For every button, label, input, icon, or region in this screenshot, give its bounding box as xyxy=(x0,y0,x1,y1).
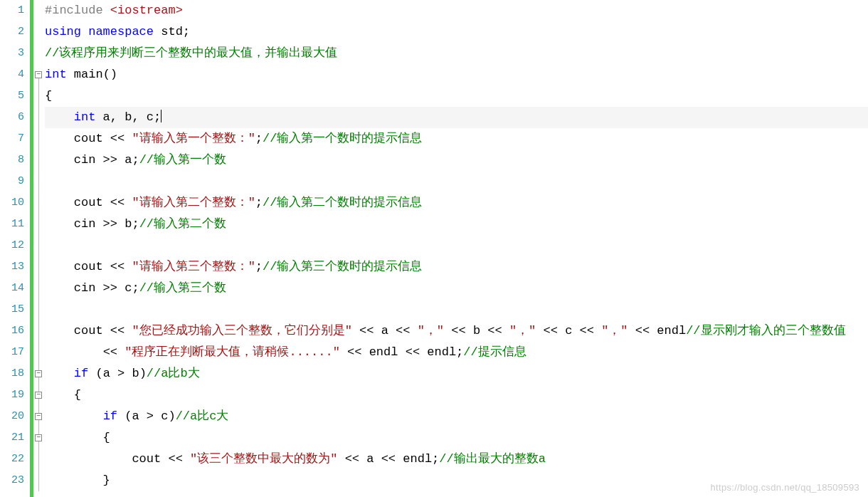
code-line[interactable]: cout << "您已经成功输入三个整数，它们分别是" << a << "，" … xyxy=(45,320,868,342)
code-token xyxy=(45,110,74,124)
line-number: 10 xyxy=(0,192,24,214)
code-token: << xyxy=(103,260,132,273)
code-token: << xyxy=(161,452,190,466)
code-line[interactable]: using namespace std; xyxy=(45,21,868,43)
code-line[interactable]: cin >> b;//输入第二个数 xyxy=(45,214,868,235)
code-token: >> xyxy=(95,153,125,167)
line-number: 3 xyxy=(0,43,24,64)
code-token: "请输入第一个整数：" xyxy=(132,132,255,145)
code-token: c xyxy=(161,409,168,423)
code-token: > xyxy=(110,367,132,380)
code-token xyxy=(45,153,74,167)
code-token: cin xyxy=(74,217,96,231)
line-number: 12 xyxy=(0,235,24,256)
code-token: { xyxy=(45,89,52,103)
code-line[interactable]: cout << "请输入第二个整数：";//输入第二个数时的提示信息 xyxy=(45,192,868,214)
fold-column xyxy=(33,0,43,497)
code-line[interactable]: #include <iostream> xyxy=(45,0,868,21)
code-line[interactable]: { xyxy=(45,85,868,107)
code-line[interactable]: if (a > c)//a比c大 xyxy=(45,406,868,427)
code-token: > xyxy=(139,409,162,423)
code-line[interactable]: int a, b, c; xyxy=(45,107,868,128)
code-token: << xyxy=(340,345,369,359)
code-token: cout xyxy=(132,452,161,466)
code-token: //输出最大的整数a xyxy=(439,452,546,466)
code-token: endl xyxy=(403,452,432,466)
code-line[interactable]: { xyxy=(45,384,868,406)
code-token: c xyxy=(147,110,154,124)
code-token: a xyxy=(125,153,132,167)
code-line[interactable]: cout << "请输入第一个整数：";//输入第一个数时的提示信息 xyxy=(45,128,868,150)
code-token: ; xyxy=(255,132,263,145)
code-token: ; xyxy=(132,217,139,231)
code-token xyxy=(45,281,74,295)
code-token: << xyxy=(398,345,427,359)
line-number-gutter: 1234567891011121314151617181920212223 xyxy=(0,0,30,497)
code-line[interactable]: cout << "该三个整数中最大的数为" << a << endl;//输出最… xyxy=(45,449,868,470)
code-line[interactable] xyxy=(45,299,868,320)
code-token: int xyxy=(74,110,96,124)
code-token: << xyxy=(388,324,418,338)
code-token: int xyxy=(45,68,67,81)
code-token xyxy=(45,345,103,359)
line-number: 17 xyxy=(0,342,24,363)
line-number: 5 xyxy=(0,85,24,107)
code-token: //输入第三个数时的提示信息 xyxy=(263,260,422,273)
code-token: () xyxy=(103,68,117,81)
code-token: << xyxy=(103,132,132,145)
fold-toggle-icon[interactable] xyxy=(35,434,42,441)
line-number: 13 xyxy=(0,256,24,278)
code-line[interactable] xyxy=(45,171,868,192)
code-token: //输入第一个数时的提示信息 xyxy=(263,132,422,145)
line-number: 22 xyxy=(0,449,24,470)
code-line[interactable]: << "程序正在判断最大值，请稍候......" << endl << endl… xyxy=(45,342,868,363)
code-line[interactable]: cin >> a;//输入第一个数 xyxy=(45,150,868,171)
code-token: "请输入第三个整数：" xyxy=(132,260,255,273)
code-token: ( xyxy=(117,409,132,423)
code-token: ) xyxy=(168,409,175,423)
code-line[interactable]: //该程序用来判断三个整数中的最大值，并输出最大值 xyxy=(45,43,868,64)
code-token: if xyxy=(103,409,117,423)
code-token: ; xyxy=(432,452,439,466)
code-token: "请输入第二个整数：" xyxy=(132,196,255,209)
code-token: ; xyxy=(132,153,139,167)
line-number: 8 xyxy=(0,150,24,171)
code-token xyxy=(45,324,74,338)
code-token: if xyxy=(74,367,88,380)
code-token: "，" xyxy=(509,324,536,338)
fold-toggle-icon[interactable] xyxy=(35,413,42,420)
code-token: //提示信息 xyxy=(463,345,526,359)
code-editor[interactable]: 1234567891011121314151617181920212223 #i… xyxy=(0,0,868,497)
code-line[interactable]: int main() xyxy=(45,64,868,85)
code-token: a xyxy=(95,110,110,124)
code-token xyxy=(45,217,74,231)
code-line[interactable]: { xyxy=(45,427,868,449)
code-line[interactable]: cin >> c;//输入第三个数 xyxy=(45,278,868,299)
code-area[interactable]: #include <iostream>using namespace std;/… xyxy=(43,0,868,497)
code-token xyxy=(45,452,132,466)
code-token: c xyxy=(125,281,132,295)
code-token: { xyxy=(45,388,81,402)
code-line[interactable] xyxy=(45,235,868,256)
code-line[interactable]: if (a > b)//a比b大 xyxy=(45,363,868,384)
code-token: ; xyxy=(255,196,263,209)
code-token: endl xyxy=(657,324,686,338)
code-token: "该三个整数中最大的数为" xyxy=(190,452,337,466)
text-cursor xyxy=(161,110,162,122)
code-token: c xyxy=(565,324,572,338)
line-number: 14 xyxy=(0,278,24,299)
line-number: 20 xyxy=(0,406,24,427)
code-token: << xyxy=(103,345,125,359)
code-token xyxy=(45,260,74,273)
code-token: << xyxy=(337,452,366,466)
code-token: >> xyxy=(95,217,125,231)
fold-toggle-icon[interactable] xyxy=(35,370,42,377)
code-line[interactable]: cout << "请输入第三个整数：";//输入第三个数时的提示信息 xyxy=(45,256,868,278)
fold-toggle-icon[interactable] xyxy=(35,392,42,399)
fold-guide-line xyxy=(38,75,39,491)
line-number: 19 xyxy=(0,384,24,406)
code-token: b xyxy=(132,367,139,380)
code-token: cout xyxy=(74,324,103,338)
fold-toggle-icon[interactable] xyxy=(35,71,42,78)
watermark-text: https://blog.csdn.net/qq_18509593 xyxy=(711,482,859,493)
